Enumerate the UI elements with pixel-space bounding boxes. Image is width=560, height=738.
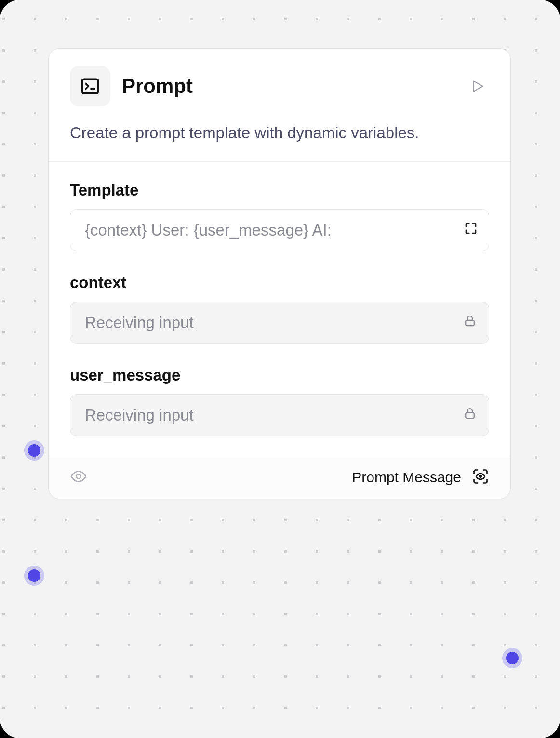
terminal-icon — [80, 76, 101, 97]
node-header-row: Prompt — [70, 66, 489, 106]
user-message-label: user_message — [70, 366, 489, 384]
prompt-node-card: Prompt Create a prompt template with dyn… — [48, 48, 511, 499]
node-description: Create a prompt template with dynamic va… — [70, 121, 489, 145]
run-button[interactable] — [466, 75, 489, 98]
context-placeholder: Receiving input — [85, 314, 194, 331]
output-port[interactable] — [506, 652, 519, 664]
workflow-canvas[interactable]: Prompt Create a prompt template with dyn… — [0, 0, 560, 738]
node-body: Template {context} User: {user_message} … — [49, 161, 510, 456]
user-message-input: Receiving input — [70, 394, 489, 436]
template-field-group: Template {context} User: {user_message} … — [70, 181, 489, 251]
user-message-placeholder: Receiving input — [85, 406, 194, 424]
svg-point-4 — [480, 475, 481, 477]
svg-point-3 — [77, 474, 81, 478]
scan-eye-icon — [472, 468, 489, 485]
template-value: {context} User: {user_message} AI: — [85, 221, 332, 239]
node-icon-container — [70, 66, 110, 106]
svg-rect-0 — [82, 79, 98, 93]
node-footer: Prompt Message — [49, 456, 510, 499]
svg-rect-1 — [466, 320, 474, 325]
context-input-port[interactable] — [28, 444, 40, 457]
user-message-input-port[interactable] — [28, 569, 40, 582]
context-label: context — [70, 274, 489, 292]
template-label: Template — [70, 181, 489, 199]
inspect-output-button[interactable] — [472, 468, 489, 487]
user-message-lock — [463, 406, 477, 424]
expand-icon — [464, 221, 478, 236]
svg-rect-2 — [466, 412, 474, 418]
context-input: Receiving input — [70, 302, 489, 344]
eye-icon — [70, 468, 87, 485]
template-input[interactable]: {context} User: {user_message} AI: — [70, 209, 489, 251]
play-icon — [470, 77, 485, 95]
user-message-field-group: user_message Receiving input — [70, 366, 489, 436]
output-label: Prompt Message — [352, 469, 461, 486]
node-title: Prompt — [122, 75, 454, 98]
expand-button[interactable] — [464, 221, 478, 239]
context-lock — [463, 314, 477, 332]
lock-icon — [463, 314, 477, 328]
visibility-toggle[interactable] — [70, 468, 87, 487]
context-field-group: context Receiving input — [70, 274, 489, 344]
lock-icon — [463, 406, 477, 421]
node-header: Prompt Create a prompt template with dyn… — [49, 49, 510, 161]
